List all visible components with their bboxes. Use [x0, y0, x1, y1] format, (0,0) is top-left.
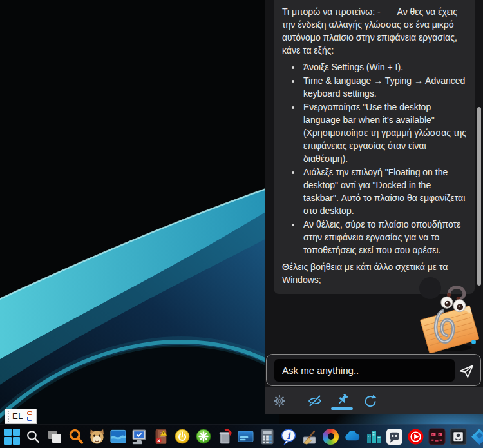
kodi-diamond-icon — [471, 428, 483, 445]
rainbow-gear-icon — [323, 429, 339, 445]
windows-logo-icon — [4, 429, 20, 445]
clippy-character[interactable] — [415, 281, 480, 353]
gear-icon — [272, 394, 287, 408]
bullet-item: Διάλεξε την επιλογή "Floating on the des… — [301, 166, 466, 217]
taskbar-icon-pc-system[interactable] — [129, 425, 150, 448]
pin-active-indicator — [331, 407, 353, 410]
eye-off-icon — [307, 393, 323, 409]
pc-check-icon — [131, 428, 148, 445]
language-code-label[interactable]: EL — [10, 411, 26, 421]
message-intro: Τι μπορώ να προτείνω: -Αν θες να έχεις τ… — [282, 5, 466, 57]
taskbar-icon-everything-search[interactable] — [65, 425, 86, 448]
taskbar-icon-green-burst[interactable] — [193, 425, 214, 448]
send-button[interactable] — [454, 359, 477, 382]
taskbar-icon-info-tool[interactable]: i — [278, 425, 299, 448]
taskbar-icon-bot-chat[interactable] — [384, 425, 405, 448]
settings-button[interactable] — [270, 392, 289, 410]
bullet-item: Αν θέλεις, σύρε το πλαίσιο οπουδήποτε στ… — [301, 218, 466, 257]
taskbar: i — [0, 424, 483, 448]
status-blue-dot — [471, 340, 476, 344]
blue-bars-icon — [237, 428, 254, 445]
refresh-icon — [363, 393, 378, 409]
taskbar-icon-search[interactable] — [23, 425, 44, 448]
book-warning-icon — [153, 428, 169, 445]
bullet-item: Ενεργοποίησε "Use the desktop language b… — [301, 101, 466, 165]
search-icon — [25, 429, 41, 445]
taskbar-icon-power[interactable] — [171, 425, 193, 448]
cat-face-icon — [88, 428, 106, 445]
bot-chat-icon — [386, 428, 403, 445]
language-bar[interactable]: EL — [5, 409, 37, 424]
taskbar-icon-task-view[interactable] — [44, 425, 65, 448]
bullet-item: Άνοιξε Settings (Win + I). — [301, 61, 466, 73]
taskbar-icon-settings-rainbow[interactable] — [320, 425, 341, 448]
photo-frame-icon — [450, 428, 467, 445]
taskbar-icon-disk-cleaner[interactable] — [299, 425, 320, 448]
chat-input-container — [266, 354, 481, 386]
taskbar-icon-address-book-alert[interactable] — [150, 425, 171, 448]
youtube-music-icon — [407, 428, 424, 445]
blue-waves-icon — [109, 428, 127, 445]
calculator-icon — [259, 428, 276, 445]
uninstaller-icon — [216, 428, 233, 445]
language-options-icon[interactable] — [26, 411, 33, 422]
chat-input[interactable] — [274, 359, 455, 382]
taskbar-icon-windows-start[interactable] — [1, 425, 23, 448]
panel-scrollbar-thumb[interactable] — [477, 107, 481, 286]
task-view-icon — [46, 429, 62, 445]
toolbar-divider — [296, 394, 296, 407]
taskbar-icon-display-app[interactable] — [235, 425, 256, 448]
info-balloon-icon: i — [280, 428, 297, 445]
hide-character-button[interactable] — [306, 392, 324, 410]
onedrive-cloud-icon — [343, 428, 361, 445]
taskbar-icon-city-app[interactable] — [363, 425, 384, 448]
desktop-screen: Τι μπορώ να προτείνω: -Αν θες να έχεις τ… — [0, 0, 483, 448]
pixel-face-icon — [428, 428, 446, 445]
send-paper-plane-icon — [457, 362, 475, 380]
assistant-message-bubble: Τι μπορώ να προτείνω: -Αν θες να έχεις τ… — [274, 0, 475, 294]
taskbar-icon-pixel-game[interactable] — [426, 425, 448, 448]
taskbar-icon-photo-viewer[interactable] — [448, 425, 469, 448]
orange-magnifier-icon — [68, 428, 84, 445]
bullet-item: Time & language → Typing → Advanced keyb… — [301, 74, 466, 100]
green-asterisk-icon — [195, 428, 212, 445]
broom-cleaner-icon — [301, 428, 318, 445]
assistant-toolbar — [265, 387, 483, 414]
taskbar-icon-media-app[interactable] — [108, 425, 129, 448]
message-bullet-list: Άνοιξε Settings (Win + I). Time & langua… — [282, 61, 466, 257]
message-intro-prefix: Τι μπορώ να προτείνω: - — [282, 6, 381, 17]
taskbar-icon-uninstaller[interactable] — [214, 425, 235, 448]
taskbar-icon-kodi[interactable] — [469, 425, 483, 448]
teal-buildings-icon — [365, 428, 382, 445]
yellow-power-icon — [174, 428, 191, 445]
taskbar-icon-onedrive[interactable] — [341, 425, 363, 448]
taskbar-icon-cat-app[interactable] — [86, 425, 108, 448]
taskbar-icon-calculator[interactable] — [256, 425, 278, 448]
taskbar-icon-youtube-music[interactable] — [405, 425, 426, 448]
refresh-button[interactable] — [361, 392, 379, 410]
